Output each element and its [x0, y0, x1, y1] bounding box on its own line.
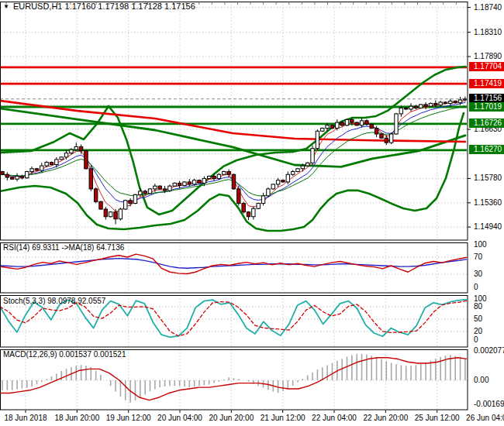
- time-axis-label: 22 Jun 04:00: [312, 414, 357, 422]
- price-badge: 1.17704: [469, 62, 504, 71]
- rsi-indicator-label: RSI(14) 69.9311 ->MA(18) 64.7136: [3, 243, 124, 252]
- macd-scale-label: 0.002077: [474, 346, 504, 355]
- stoch-scale-label: 20: [474, 327, 482, 335]
- rsi-scale-label: 70: [474, 253, 482, 261]
- stoch-scale-label: 50: [474, 314, 482, 323]
- rsi-scale-label: 0: [474, 283, 478, 291]
- time-axis-label: 22 Jun 20:00: [363, 414, 408, 422]
- price-axis-label: 1.15360: [474, 198, 502, 207]
- price-badge: 1.17019: [469, 102, 504, 112]
- chart-title-text: EURUSD,H1 1.17160 1.17198 1.17128 1.1715…: [13, 2, 195, 11]
- mt4-chart-window: ▼EURUSD,H1 1.17160 1.17198 1.17128 1.171…: [0, 0, 504, 426]
- price-badge: 1.17419: [469, 79, 504, 88]
- time-scale[interactable]: 18 Jun 201818 Jun 20:0019 Jun 12:0020 Ju…: [0, 411, 504, 426]
- price-badge: 1.16726: [469, 119, 504, 128]
- time-axis-label: 19 Jun 12:00: [106, 414, 151, 422]
- stoch-scale-label: 100: [474, 294, 487, 303]
- macd-scale-label: -0.001695: [474, 400, 504, 408]
- rsi-scale-label: 100: [474, 240, 487, 249]
- time-axis-label: 18 Jun 20:00: [54, 414, 99, 422]
- time-axis-label: 18 Jun 2018: [4, 414, 47, 422]
- time-axis-label: 26 Jun 04:00: [466, 414, 504, 422]
- price-axis-label: 1.15780: [474, 173, 502, 182]
- time-axis-label: 20 Jun 20:00: [209, 414, 254, 422]
- chart-canvas[interactable]: [0, 0, 504, 426]
- time-axis-label: 25 Jun 12:00: [415, 414, 460, 422]
- stoch-scale-label: 80: [474, 302, 482, 311]
- rsi-scale-label: 30: [474, 270, 482, 278]
- stoch-indicator-label: Stoch(5,3,3) 98.0978 92.0557: [3, 297, 105, 305]
- time-axis-label: 21 Jun 12:00: [261, 414, 306, 422]
- price-scale[interactable]: 1.187401.183101.178901.166301.157801.153…: [468, 0, 504, 426]
- macd-scale-label: 0.00: [474, 376, 488, 384]
- price-badge: 1.16270: [469, 145, 504, 154]
- chart-dropdown-icon[interactable]: ▼: [3, 3, 9, 10]
- price-axis-label: 1.18310: [474, 28, 502, 36]
- time-axis-label: 20 Jun 04:00: [157, 414, 202, 422]
- stoch-scale-label: 0: [474, 335, 478, 344]
- chart-title: ▼EURUSD,H1 1.17160 1.17198 1.17128 1.171…: [3, 2, 195, 11]
- price-axis-label: 1.17890: [474, 52, 502, 60]
- macd-indicator-label: MACD(12,26,9) 0.001537 0.001521: [3, 350, 126, 359]
- price-axis-label: 1.14940: [474, 222, 502, 231]
- price-axis-label: 1.18740: [474, 3, 502, 12]
